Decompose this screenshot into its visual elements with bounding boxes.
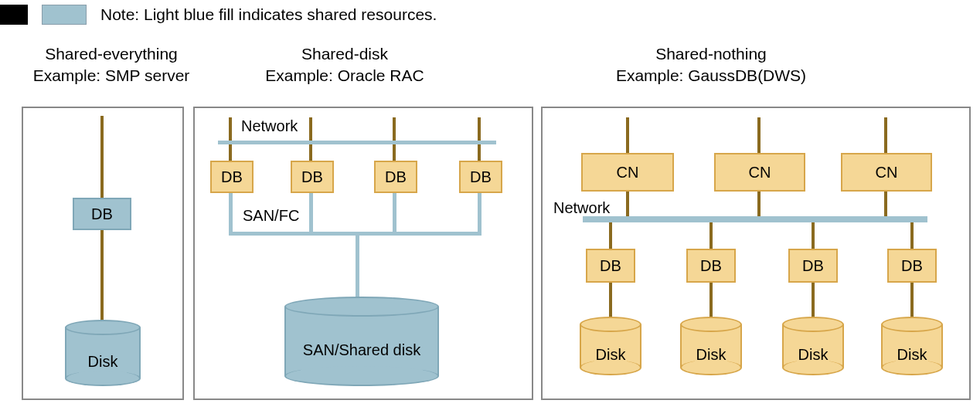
- p3-cn2-label: CN: [749, 164, 771, 181]
- col2-title-line1: Shared-disk: [301, 45, 388, 63]
- p3-disk2-label: Disk: [680, 346, 742, 364]
- p1-db-node: DB: [73, 198, 131, 230]
- p3-disk1: Disk: [580, 317, 641, 375]
- col3-title-line1: Shared-nothing: [655, 45, 767, 63]
- p2-sanfc-label: SAN/FC: [243, 207, 299, 225]
- p3-disk4-label: Disk: [881, 346, 943, 364]
- p3-cn-v2: [757, 192, 761, 216]
- p2-db2-label: DB: [301, 168, 323, 186]
- p3-disk-v4: [910, 283, 914, 318]
- p2-stem2: [309, 117, 312, 161]
- p2-v1: [229, 193, 233, 233]
- p3-db3: DB: [788, 249, 838, 283]
- panel-shared-everything: DB Disk: [22, 107, 184, 400]
- p3-cn-stem1: [626, 117, 629, 154]
- p3-cn-stem2: [757, 117, 761, 154]
- p3-cn3: CN: [841, 153, 932, 192]
- p3-disk-v1: [609, 283, 612, 318]
- p3-disk1-label: Disk: [580, 346, 641, 364]
- p2-v4: [478, 193, 481, 233]
- p3-disk-v2: [709, 283, 713, 318]
- p3-disk3-label: Disk: [782, 346, 844, 364]
- p2-db3: DB: [374, 161, 417, 193]
- p3-network-label: Network: [553, 199, 610, 217]
- p1-disk: Disk: [65, 320, 141, 386]
- p2-stem4: [478, 117, 481, 161]
- p3-cn1: CN: [581, 153, 674, 192]
- p3-db3-label: DB: [802, 257, 824, 275]
- legend-row: Note: Light blue fill indicates shared r…: [0, 5, 437, 25]
- col3-title: Shared-nothing Example: GaussDB(DWS): [587, 43, 835, 87]
- p3-db4: DB: [887, 249, 937, 283]
- col3-title-line2: Example: GaussDB(DWS): [616, 66, 806, 84]
- p2-db2: DB: [291, 161, 334, 193]
- p2-network-line: [218, 141, 496, 144]
- p2-stem1: [229, 117, 232, 161]
- legend-black-block: [0, 5, 28, 25]
- p2-san-disk-label: SAN/Shared disk: [284, 341, 439, 359]
- p3-db4-label: DB: [901, 257, 923, 275]
- col1-title-line1: Shared-everything: [45, 45, 178, 63]
- col2-title: Shared-disk Example: Oracle RAC: [244, 43, 445, 87]
- p2-stem3: [393, 117, 396, 161]
- p2-san-disk: SAN/Shared disk: [284, 297, 439, 386]
- p3-disk-v3: [812, 283, 815, 318]
- p3-network-bar: [583, 216, 927, 222]
- p3-db-v2: [709, 222, 713, 249]
- p3-cn-stem3: [884, 117, 887, 154]
- panel-shared-nothing: CN CN CN Network DB DB DB DB Disk Disk D…: [541, 107, 971, 400]
- p3-disk2: Disk: [680, 317, 742, 375]
- col1-title-line2: Example: SMP server: [33, 66, 190, 84]
- p2-trunk: [356, 232, 359, 298]
- panel-shared-disk: Network DB DB DB DB SAN/FC SAN/Shared di…: [193, 107, 533, 400]
- p3-cn-v1: [626, 192, 629, 216]
- p2-network-label: Network: [241, 117, 298, 135]
- legend-note: Note: Light blue fill indicates shared r…: [100, 5, 437, 24]
- p1-db-label: DB: [91, 205, 113, 223]
- p3-db-v4: [910, 222, 914, 249]
- p2-db4: DB: [459, 161, 502, 193]
- p2-db1-label: DB: [221, 168, 243, 186]
- p3-db-v3: [812, 222, 815, 249]
- p3-cn1-label: CN: [617, 164, 639, 181]
- col1-title: Shared-everything Example: SMP server: [26, 43, 196, 87]
- p3-db1: DB: [586, 249, 635, 283]
- p3-cn2: CN: [714, 153, 805, 192]
- p2-db4-label: DB: [470, 168, 492, 186]
- p3-db2-label: DB: [700, 257, 722, 275]
- p2-db1: DB: [210, 161, 254, 193]
- p1-disk-label: Disk: [65, 353, 141, 371]
- p2-v3: [393, 193, 396, 233]
- col2-title-line2: Example: Oracle RAC: [265, 66, 424, 84]
- p3-cn-v3: [884, 192, 887, 216]
- p3-disk4: Disk: [881, 317, 943, 375]
- p2-v2: [309, 193, 313, 233]
- p2-db3-label: DB: [385, 168, 407, 186]
- p3-db-v1: [609, 222, 612, 249]
- p3-db1-label: DB: [600, 257, 621, 275]
- legend-swatch: [42, 5, 87, 25]
- p3-db2: DB: [686, 249, 736, 283]
- p3-cn3-label: CN: [876, 164, 898, 181]
- p3-disk3: Disk: [782, 317, 844, 375]
